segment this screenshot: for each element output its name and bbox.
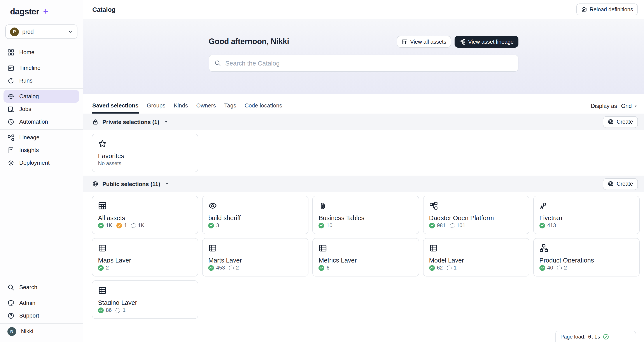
catalog-search-input[interactable] (224, 59, 513, 67)
runs-icon (8, 77, 14, 84)
tab-saved-selections[interactable]: Saved selections (92, 102, 138, 114)
caret-down-icon[interactable] (164, 120, 168, 124)
sidebar-item-admin[interactable]: Admin (4, 297, 79, 309)
tab-code-locations[interactable]: Code locations (244, 102, 282, 114)
sidebar-item-lineage[interactable]: Lineage (4, 131, 79, 144)
selection-card-favorites[interactable]: FavoritesNo assets (92, 134, 198, 172)
sidebar-item-support[interactable]: Support (4, 309, 79, 322)
search-icon (8, 284, 14, 291)
section-title: Public selections (11) (102, 180, 160, 187)
reload-definitions-button[interactable]: Reload definitions (576, 3, 638, 15)
catalog-tabs: Saved selectionsGroupsKindsOwnersTagsCod… (92, 94, 282, 114)
sidebar-divider (0, 88, 83, 89)
selection-cards-grid: FavoritesNo assets (83, 130, 644, 175)
caret-down-icon (634, 104, 638, 108)
display-as-control: Display as Grid (591, 103, 638, 114)
selection-card-fivetran[interactable]: Fivetran413 (533, 196, 640, 234)
card-title: All assets (98, 214, 192, 220)
sidebar-nav-bottom: SearchAdminSupportNNikki (0, 278, 83, 342)
sidebar-item-search[interactable]: Search (4, 281, 79, 294)
card-title: Metrics Layer (319, 257, 413, 263)
status-badge-materialized: 6 (319, 265, 330, 271)
selection-card-product-operations[interactable]: Product Operations402 (533, 238, 640, 277)
asset-status-badges: 10 (319, 222, 413, 228)
badge-count: 62 (437, 265, 443, 271)
badge-count: 413 (547, 222, 556, 228)
sidebar-item-runs[interactable]: Runs (4, 74, 79, 87)
materialized-icon (429, 222, 435, 228)
user-menu[interactable]: NNikki (4, 325, 79, 338)
jobs-icon (8, 106, 14, 113)
table-rows-icon (429, 244, 438, 252)
selection-card-staging-layer[interactable]: Staging Layer861 (92, 280, 198, 319)
timeline-icon (8, 64, 14, 71)
check-circle-icon (603, 334, 609, 340)
selection-card-marts-layer[interactable]: Marts Layer4532 (202, 238, 308, 277)
sidebar-item-automation[interactable]: Automation (4, 115, 79, 128)
tab-groups[interactable]: Groups (147, 102, 166, 114)
tab-kinds[interactable]: Kinds (174, 102, 188, 114)
card-title: build sheriff (208, 214, 302, 220)
sidebar-item-label: Home (19, 49, 34, 55)
display-as-dropdown[interactable]: Grid (621, 103, 638, 109)
sidebar-item-label: Jobs (19, 106, 31, 112)
selection-cards-grid: All assets1K11Kbuild sheriff3Business Ta… (83, 192, 644, 322)
support-icon (8, 312, 14, 319)
display-as-value: Grid (621, 103, 632, 109)
create-selection-button[interactable]: Create (603, 178, 638, 190)
badge-count: 1 (124, 222, 127, 228)
status-badge-materialized: 453 (208, 265, 225, 271)
tab-tags[interactable]: Tags (224, 102, 236, 114)
status-badge-never-materialized: 2 (557, 265, 567, 271)
selection-card-maps-layer[interactable]: Maps Layer2 (92, 238, 198, 277)
selection-card-dagster-open-platform[interactable]: Dagster Open Platform981101 (423, 196, 529, 234)
tab-owners[interactable]: Owners (196, 102, 216, 114)
user-avatar: N (8, 327, 16, 336)
page-load-indicator[interactable]: Page load: 0.1s (556, 331, 614, 342)
selection-card-all-assets[interactable]: All assets1K11K (92, 196, 198, 234)
admin-icon (8, 299, 14, 306)
brand-logo[interactable]: dagster + (0, 0, 83, 21)
sidebar-item-catalog[interactable]: Catalog (4, 90, 79, 103)
materialized-icon (208, 222, 214, 228)
sidebar-item-insights[interactable]: Insights (4, 144, 79, 156)
card-title: Marts Layer (208, 257, 302, 263)
catalog-search-bar (209, 55, 518, 72)
sidebar-item-label: Insights (19, 147, 39, 153)
selection-card-business-tables[interactable]: Business Tables10 (312, 196, 419, 234)
sidebar-item-timeline[interactable]: Timeline (4, 62, 79, 74)
status-badge-materialized: 86 (98, 307, 112, 313)
sidebar-item-jobs[interactable]: Jobs (4, 103, 79, 115)
deployment-switcher[interactable]: P prod (5, 24, 78, 39)
selection-card-metrics-layer[interactable]: Metrics Layer6 (312, 238, 419, 277)
asset-status-badges: 3 (208, 222, 302, 228)
sidebar-item-label: Timeline (19, 65, 40, 71)
asset-status-badges: 1K11K (98, 222, 192, 228)
eye-icon (208, 201, 217, 210)
view-all-assets-button[interactable]: View all assets (396, 36, 451, 48)
table-icon (402, 39, 408, 45)
status-bar-extra[interactable] (614, 331, 636, 342)
paperclip-icon (319, 201, 328, 210)
selection-card-build-sheriff[interactable]: build sheriff3 (202, 196, 308, 234)
asset-status-badges: 6 (319, 265, 413, 271)
selection-card-model-layer[interactable]: Model Layer621 (423, 238, 529, 277)
globe-plus-icon (608, 181, 614, 187)
status-badge-never-materialized: 1K (131, 222, 144, 228)
globe-icon (92, 181, 98, 187)
view-asset-lineage-button[interactable]: View asset lineage (454, 36, 518, 48)
materialized-icon (429, 265, 435, 271)
create-selection-button[interactable]: Create (603, 116, 638, 128)
checked-icon (116, 222, 122, 228)
globe-plus-icon (608, 119, 614, 125)
sidebar-item-deployment[interactable]: Deployment (4, 156, 79, 169)
caret-down-icon[interactable] (165, 182, 169, 186)
sidebar-item-label: Search (19, 284, 37, 291)
brand-plus-badge: + (43, 6, 48, 16)
status-badge-materialized: 3 (208, 222, 219, 228)
status-badge-materialized: 62 (429, 265, 443, 271)
sidebar-item-home[interactable]: Home (4, 46, 79, 58)
asset-status-badges: 4532 (208, 265, 302, 271)
materialized-icon (98, 265, 104, 271)
catalog-hero: Good afternoon, Nikki View all assets Vi… (83, 19, 644, 94)
